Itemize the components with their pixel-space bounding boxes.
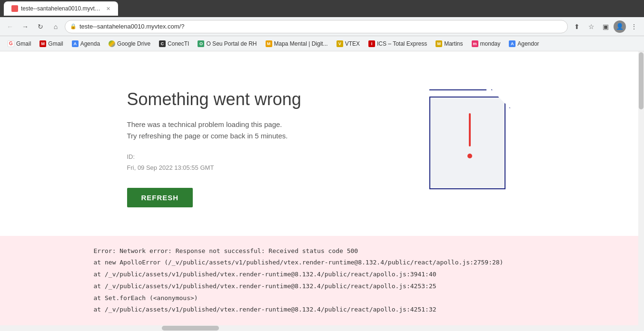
url-text: teste--santahelena0010.myvtex.com/? (79, 23, 184, 30)
bookmark-favicon-gmail1: G (8, 40, 14, 47)
bookmark-monday[interactable]: m monday (468, 39, 505, 48)
bookmark-agenda[interactable]: A Agenda (68, 39, 104, 48)
scrollbar-thumb[interactable] (639, 52, 644, 109)
bookmark-gmail1[interactable]: G Gmail (4, 39, 35, 48)
error-log-section: Error: Network error: Response not succe… (0, 236, 644, 325)
error-text-section: Something went wrong There was a technic… (127, 89, 394, 207)
bookmark-conecti[interactable]: C ConecTI (155, 39, 193, 48)
share-button[interactable]: ⬆ (571, 20, 583, 33)
error-log-line-2: at new ApolloError (/_v/public/assets/v1… (94, 257, 551, 269)
back-button[interactable]: ← (4, 20, 16, 33)
lock-icon: 🔒 (70, 23, 77, 29)
bookmark-favicon-mapa: M (266, 40, 272, 47)
bookmark-favicon-monday: m (472, 40, 478, 47)
toolbar-actions: ⬆ ☆ ▣ 👤 ⋮ (571, 20, 640, 33)
bookmark-label-gmail2: Gmail (48, 40, 63, 47)
horizontal-scrollbar[interactable] (0, 325, 638, 327)
reload-button[interactable]: ↻ (34, 20, 47, 33)
error-icon-section (422, 89, 517, 189)
window-button[interactable]: ▣ (599, 20, 612, 33)
bookmark-vtex[interactable]: V VTEX (333, 39, 364, 48)
bookmark-ics[interactable]: I ICS – Total Express (365, 39, 431, 48)
doc-top-border (429, 89, 486, 90)
bookmark-favicon-ics: I (368, 40, 375, 47)
error-log-line-6: at /_v/public/assets/v1/published/vtex.r… (94, 304, 551, 316)
bookmarks-bar: G Gmail M Gmail A Agenda Google Drive (0, 36, 644, 51)
error-title: Something went wrong (127, 89, 394, 109)
refresh-button[interactable]: REFRESH (127, 188, 193, 207)
bookmark-favicon-agendor: A (509, 40, 515, 47)
menu-button[interactable]: ⋮ (628, 20, 640, 33)
bookmark-label-agendor: Agendor (517, 40, 539, 47)
error-desc-line2: Try refreshing the page or come back in … (127, 132, 288, 140)
tab-bar: teste--santahelena0010.myvtex.com ✕ (0, 0, 644, 17)
forward-button[interactable]: → (19, 20, 31, 33)
error-log-line-3: at /_v/public/assets/v1/published/vtex.r… (94, 269, 551, 281)
bookmark-star-button[interactable]: ☆ (585, 20, 597, 33)
doc-exclamation-dot (467, 154, 472, 158)
error-container: Something went wrong There was a technic… (108, 51, 536, 226)
error-desc-line1: There was a technical problem loading th… (127, 120, 282, 128)
tab-favicon (11, 5, 18, 12)
error-log-line-4: at /_v/public/assets/v1/published/vtex.r… (94, 281, 551, 292)
bookmark-label-portal: O Seu Portal de RH (206, 40, 257, 47)
profile-avatar[interactable]: 👤 (614, 20, 626, 33)
bookmark-favicon-gdrive (109, 40, 115, 47)
address-bar[interactable]: 🔒 teste--santahelena0010.myvtex.com/? (65, 20, 568, 33)
bookmark-label-martins: Martins (444, 40, 463, 47)
bookmark-label-mapa: Mapa Mental | Digit... (274, 40, 328, 47)
bookmark-label-agenda: Agenda (80, 40, 100, 47)
h-scrollbar-thumb[interactable] (162, 326, 219, 327)
doc-exclamation-line (469, 113, 471, 146)
bookmark-favicon-gmail2: M (40, 40, 46, 47)
bookmark-favicon-agenda: A (72, 40, 79, 47)
id-label: ID: (127, 153, 135, 160)
bookmark-portal[interactable]: O O Seu Portal de RH (194, 39, 260, 48)
page-content: Something went wrong There was a technic… (0, 51, 644, 327)
bookmark-gdrive[interactable]: Google Drive (105, 39, 154, 48)
bookmark-label-vtex: VTEX (345, 40, 360, 47)
doc-body (429, 97, 505, 189)
browser-chrome: teste--santahelena0010.myvtex.com ✕ ← → … (0, 0, 644, 51)
bookmark-label-gdrive: Google Drive (117, 40, 150, 47)
bookmark-gmail2[interactable]: M Gmail (36, 39, 67, 48)
bookmark-label-conecti: ConecTI (168, 40, 189, 47)
error-log-content: Error: Network error: Response not succe… (94, 245, 551, 316)
error-document-icon (429, 89, 510, 189)
bookmark-favicon-vtex: V (337, 40, 343, 47)
bookmark-favicon-conecti: C (159, 40, 166, 47)
home-button[interactable]: ⌂ (50, 20, 62, 33)
bookmark-label-gmail1: Gmail (16, 40, 31, 47)
error-timestamp: Fri, 09 Sep 2022 13:05:55 GMT (127, 164, 214, 171)
error-log-text: Error: Network error: Response not succe… (94, 245, 551, 316)
bookmark-label-monday: monday (480, 40, 501, 47)
error-log-line-5: at Set.forEach (<anonymous>) (94, 292, 551, 304)
bookmark-favicon-portal: O (198, 40, 204, 47)
bookmark-martins[interactable]: M Martins (432, 39, 466, 48)
bookmark-agendor[interactable]: A Agendor (505, 39, 543, 48)
error-meta: ID: Fri, 09 Sep 2022 13:05:55 GMT (127, 151, 394, 174)
browser-toolbar: ← → ↻ ⌂ 🔒 teste--santahelena0010.myvtex.… (0, 17, 644, 36)
tab-close-button[interactable]: ✕ (106, 6, 110, 12)
bookmark-mapa[interactable]: M Mapa Mental | Digit... (262, 39, 332, 48)
avatar-icon: 👤 (616, 23, 624, 30)
active-tab[interactable]: teste--santahelena0010.myvtex.com ✕ (4, 1, 118, 16)
error-log-line-1: Error: Network error: Response not succe… (94, 245, 551, 257)
tab-title: teste--santahelena0010.myvtex.com (21, 5, 103, 12)
bookmark-favicon-martins: M (436, 40, 442, 47)
vertical-scrollbar[interactable] (638, 51, 644, 327)
error-description: There was a technical problem loading th… (127, 119, 394, 142)
bookmark-label-ics: ICS – Total Express (377, 40, 427, 47)
